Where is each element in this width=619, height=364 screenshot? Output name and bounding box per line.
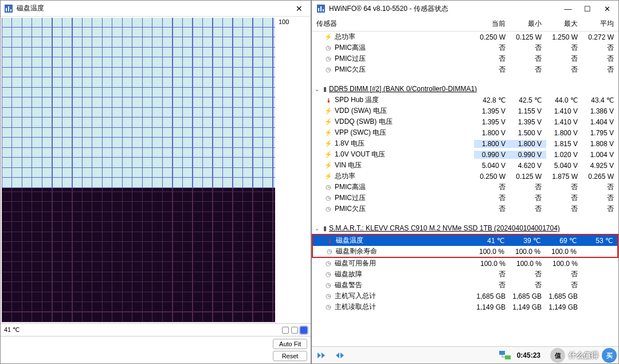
- value-max: 1.815 V: [546, 140, 582, 148]
- sensor-row[interactable]: ⚡1.8V 电压1.800 V1.800 V1.815 V1.808 V: [312, 138, 618, 149]
- table-body[interactable]: ⚡总功率0.250 W0.125 W1.250 W0.272 W◷PMIC高温否…: [312, 32, 618, 346]
- section-label: S.M.A.R.T.: KLEVV CRAS C910 M.2 NVMe SSD…: [329, 224, 560, 232]
- value-max: 否: [546, 269, 582, 279]
- value-min: 1,149 GB: [510, 303, 546, 311]
- value-max: 100.0 %: [546, 260, 582, 268]
- sensor-row[interactable]: ⚡VIN 电压5.040 V4.620 V5.040 V4.925 V: [312, 160, 618, 171]
- sensor-row[interactable]: ◷PMIC过压否否否否: [312, 193, 618, 203]
- expand-right-icon[interactable]: [316, 350, 330, 361]
- sensor-row[interactable]: ◷PMIC欠压否否否否: [312, 203, 618, 214]
- sensor-name: 1.8V 电压: [335, 139, 365, 148]
- sensor-row[interactable]: ◷PMIC过压否否否否: [312, 53, 618, 64]
- sensor-row[interactable]: ◷磁盘故障否否否: [312, 269, 618, 280]
- value-current: 100.0 %: [474, 260, 510, 268]
- device-icon: ▮: [321, 225, 329, 232]
- collapse-icon[interactable]: [335, 350, 348, 361]
- value-avg: 否: [582, 182, 618, 192]
- sensor-row[interactable]: ◷PMIC高温否否否否: [312, 182, 618, 193]
- sensor-row[interactable]: ◷主机读取总计1,149 GB1,149 GB1,149 GB: [312, 302, 618, 312]
- sensor-name: 磁盘剩余寿命: [336, 246, 377, 256]
- elapsed-time: 0:45:23: [517, 351, 540, 359]
- auto-fit-button[interactable]: Auto Fit: [273, 339, 307, 349]
- value-min: 否: [510, 54, 546, 64]
- value-min: 0.125 W: [510, 173, 546, 181]
- sensor-row[interactable]: 🌡磁盘温度41 ℃39 ℃69 ℃53 ℃: [313, 235, 617, 246]
- sensor-row[interactable]: ⚡VDDQ (SWB) 电压1.395 V1.395 V1.410 V1.404…: [312, 116, 618, 127]
- chevron-down-icon[interactable]: ⌄: [313, 86, 321, 92]
- clock-icon: ◷: [324, 194, 332, 202]
- graph-title: 磁盘温度: [17, 3, 291, 13]
- sensor-name: PMIC过压: [335, 193, 366, 203]
- sensor-name: 磁盘警告: [335, 280, 362, 290]
- reset-button[interactable]: Reset: [273, 351, 307, 361]
- clock-icon: ◷: [324, 281, 332, 289]
- value-min: 否: [510, 280, 546, 290]
- value-current: 1,149 GB: [474, 303, 510, 311]
- sensor-row[interactable]: ◷PMIC欠压否否否否: [312, 64, 618, 75]
- value-avg: 否: [582, 43, 618, 53]
- value-min: 否: [510, 193, 546, 203]
- close-button[interactable]: ✕: [600, 5, 614, 13]
- graph-readout-bar: 41 ℃: [1, 323, 311, 336]
- clock-icon: ◷: [324, 55, 332, 62]
- clock-icon: ◷: [324, 44, 332, 52]
- minimize-button[interactable]: —: [561, 5, 575, 13]
- close-button[interactable]: ✕: [291, 4, 307, 13]
- clock-icon: ◷: [324, 260, 332, 267]
- header-current[interactable]: 当前: [474, 19, 510, 29]
- sensor-table: 传感器 当前 最小 最大 平均 ⚡总功率0.250 W0.125 W1.250 …: [312, 17, 618, 346]
- header-avg[interactable]: 平均: [582, 19, 618, 29]
- chevron-down-icon[interactable]: ⌄: [313, 225, 321, 232]
- sensor-name: VDD (SWA) 电压: [335, 106, 387, 116]
- value-min: 100.0 %: [510, 260, 546, 268]
- sensor-name: PMIC欠压: [335, 204, 366, 214]
- header-min[interactable]: 最小: [510, 19, 546, 29]
- section-header[interactable]: ⌄▮DDR5 DIMM [#2] (BANK 0/Controller0-DIM…: [312, 83, 618, 95]
- sensor-row[interactable]: ◷磁盘可用备用100.0 %100.0 %100.0 %: [312, 258, 618, 269]
- header-max[interactable]: 最大: [546, 19, 582, 29]
- sensor-row[interactable]: ⚡总功率0.250 W0.125 W1.875 W0.265 W: [312, 171, 618, 182]
- value-current: 100.0 %: [473, 248, 509, 256]
- value-current: 否: [474, 204, 510, 214]
- section-header[interactable]: ⌄▮S.M.A.R.T.: KLEVV CRAS C910 M.2 NVMe S…: [312, 222, 618, 234]
- sensor-row[interactable]: ⚡总功率0.250 W0.125 W1.250 W0.272 W: [312, 32, 618, 42]
- header-sensor[interactable]: 传感器: [312, 19, 474, 29]
- y-max-label: 100: [279, 18, 289, 25]
- clock-icon: ◷: [324, 303, 332, 311]
- value-current: 否: [474, 269, 510, 279]
- watermark-overlay: 值 什么值得 买: [548, 347, 619, 364]
- color-chip-2[interactable]: [291, 327, 298, 334]
- sensor-row[interactable]: ⚡VDD (SWA) 电压1.395 V1.155 V1.410 V1.386 …: [312, 105, 618, 116]
- bolt-icon: ⚡: [324, 173, 332, 180]
- sensor-name: 主机写入总计: [335, 291, 376, 301]
- sensor-row[interactable]: ◷主机写入总计1,685 GB1,685 GB1,685 GB: [312, 291, 618, 302]
- sensor-row[interactable]: ◷PMIC高温否否否否: [312, 42, 618, 53]
- graph-canvas[interactable]: [2, 18, 275, 322]
- sensor-row[interactable]: ⚡1.0V VOUT 电压0.990 V0.990 V1.020 V1.004 …: [312, 149, 618, 160]
- sensor-row[interactable]: 🌡SPD Hub 温度42.8 ℃42.5 ℃44.0 ℃43.4 ℃: [312, 95, 618, 105]
- value-avg: 否: [582, 65, 618, 75]
- network-icon[interactable]: [499, 350, 512, 361]
- value-max: 否: [546, 204, 582, 214]
- sensor-name: PMIC高温: [335, 182, 366, 192]
- hwinfo-titlebar[interactable]: HWiNFO® 64 v8.10-5520 - 传感器状态 — ☐ ✕: [312, 1, 618, 17]
- color-chip-3[interactable]: [300, 327, 307, 334]
- value-avg: 0.272 W: [582, 33, 618, 41]
- sensor-row[interactable]: ◷磁盘警告否否否: [312, 280, 618, 291]
- graph-titlebar[interactable]: 磁盘温度 ✕: [1, 1, 311, 17]
- sensor-name: 磁盘故障: [335, 269, 362, 279]
- value-min: 否: [510, 65, 546, 75]
- sensor-row[interactable]: ⚡VPP (SWC) 电压1.800 V1.500 V1.800 V1.795 …: [312, 127, 618, 138]
- value-avg: 1.795 V: [582, 129, 618, 137]
- sensor-row[interactable]: ◷磁盘剩余寿命100.0 %100.0 %100.0 %: [313, 246, 617, 257]
- section-label: DDR5 DIMM [#2] (BANK 0/Controller0-DIMMA…: [329, 85, 477, 93]
- value-avg: 0.265 W: [582, 173, 618, 181]
- maximize-button[interactable]: ☐: [581, 5, 594, 13]
- color-chip-1[interactable]: [282, 327, 289, 334]
- value-min: 1.395 V: [510, 118, 546, 126]
- svg-rect-1: [6, 8, 7, 11]
- svg-rect-7: [323, 9, 324, 11]
- clock-icon: ◷: [324, 205, 332, 213]
- value-avg: 1.386 V: [582, 107, 618, 115]
- value-current: 0.250 W: [474, 33, 510, 41]
